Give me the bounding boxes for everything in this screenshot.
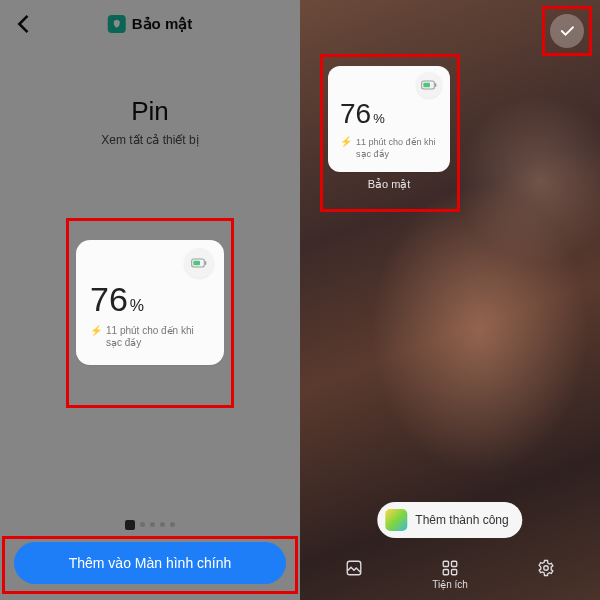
svg-rect-6	[347, 561, 361, 575]
back-button[interactable]	[10, 10, 38, 38]
battery-widget-placed-wrap[interactable]: 76 % ⚡ 11 phút cho đến khi sạc đầy Bảo m…	[328, 66, 450, 191]
dot	[170, 522, 175, 527]
percent-sign: %	[373, 111, 385, 126]
widgets-button[interactable]: Tiện ích	[432, 559, 468, 590]
bolt-icon: ⚡	[340, 136, 352, 148]
add-to-home-button[interactable]: Thêm vào Màn hình chính	[14, 542, 286, 584]
svg-rect-9	[443, 570, 448, 575]
page-subtitle: Xem tất cả thiết bị	[0, 133, 300, 147]
confirm-button[interactable]	[550, 14, 584, 48]
pagination-dots	[125, 520, 175, 530]
charge-line: ⚡ 11 phút cho đến khi sạc đầy	[90, 325, 210, 349]
battery-widget-preview[interactable]: 76 % ⚡ 11 phút cho đến khi sạc đầy	[76, 240, 224, 365]
battery-icon	[184, 248, 214, 278]
svg-rect-2	[193, 261, 200, 266]
success-toast: Thêm thành công	[377, 502, 522, 538]
wallpaper-button[interactable]	[345, 559, 363, 590]
settings-button[interactable]	[537, 559, 555, 590]
svg-rect-8	[451, 561, 456, 566]
charge-line: ⚡ 11 phút cho đến khi sạc đầy	[340, 136, 438, 160]
toast-icon	[385, 509, 407, 531]
app-name: Bảo mật	[132, 15, 193, 33]
right-screen: 76 % ⚡ 11 phút cho đến khi sạc đầy Bảo m…	[300, 0, 600, 600]
bolt-icon: ⚡	[90, 325, 102, 337]
widgets-label: Tiện ích	[432, 579, 468, 590]
charge-text: 11 phút cho đến khi sạc đầy	[356, 136, 438, 160]
battery-icon	[416, 72, 442, 98]
dot	[140, 522, 145, 527]
dot-active	[125, 520, 135, 530]
dot	[160, 522, 165, 527]
svg-rect-1	[205, 261, 206, 265]
bottom-bar: Tiện ích	[300, 559, 600, 590]
percent-box: 76 %	[90, 280, 210, 319]
svg-point-11	[544, 566, 549, 571]
charge-text: 11 phút cho đến khi sạc đầy	[106, 325, 210, 349]
shield-icon	[108, 15, 126, 33]
left-header: Bảo mật	[0, 0, 300, 48]
add-button-label: Thêm vào Màn hình chính	[69, 555, 232, 571]
percent-sign: %	[130, 297, 144, 315]
svg-rect-5	[423, 83, 430, 88]
toast-text: Thêm thành công	[415, 513, 508, 527]
svg-rect-10	[451, 570, 456, 575]
dot	[150, 522, 155, 527]
left-screen: Bảo mật Pin Xem tất cả thiết bị 76 % ⚡ 1…	[0, 0, 300, 600]
percent-box: 76 %	[340, 98, 438, 130]
percent-value: 76	[90, 280, 128, 319]
svg-rect-4	[435, 83, 436, 87]
page-title: Pin	[0, 96, 300, 127]
percent-value: 76	[340, 98, 371, 130]
header-title-wrap: Bảo mật	[108, 15, 193, 33]
widget-label: Bảo mật	[328, 178, 450, 191]
svg-rect-7	[443, 561, 448, 566]
battery-widget-placed: 76 % ⚡ 11 phút cho đến khi sạc đầy	[328, 66, 450, 172]
